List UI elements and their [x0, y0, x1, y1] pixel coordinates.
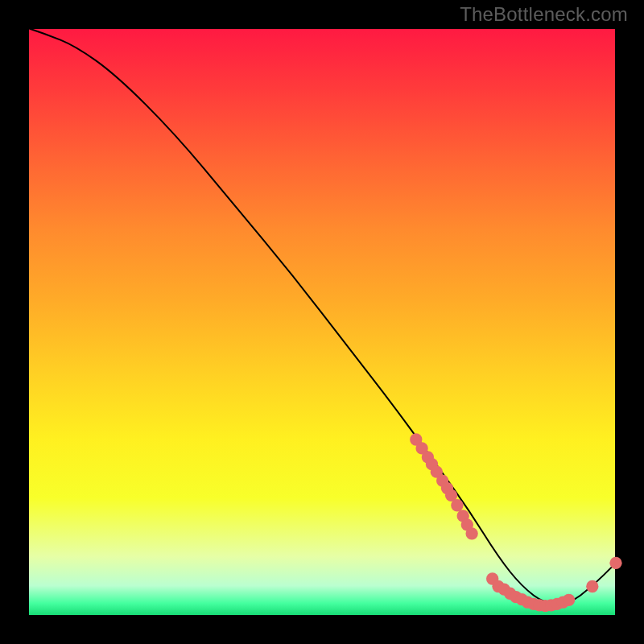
- curve-path: [28, 28, 616, 604]
- data-marker: [563, 594, 575, 606]
- chart-svg: [28, 28, 616, 616]
- data-marker: [465, 527, 477, 539]
- data-marker: [586, 580, 598, 592]
- chart-frame: TheBottleneck.com: [0, 0, 644, 644]
- data-marker: [609, 557, 621, 569]
- marker-group: [410, 433, 622, 612]
- plot-outer: [28, 28, 616, 616]
- data-marker: [451, 499, 463, 511]
- watermark-label: TheBottleneck.com: [460, 3, 628, 26]
